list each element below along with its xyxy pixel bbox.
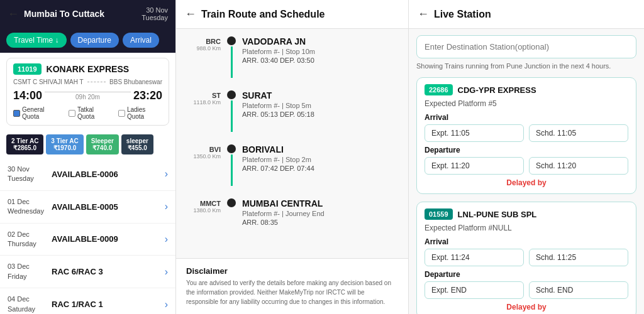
route-stop-0: BRC 988.0 Km VADODARA JN Plateform #- | … xyxy=(186,36,398,78)
route-stop-3: MMCT 1380.0 Km MUMBAI CENTRAL Plateform … xyxy=(186,198,398,226)
avail-row-2[interactable]: 02 Dec Thursday AVAILABLE-0009 › xyxy=(0,224,175,256)
avail-date-0: 30 Nov Tuesday xyxy=(8,165,52,184)
stop-dot-1 xyxy=(227,90,236,99)
class-price-2: ₹740.0 xyxy=(91,144,114,151)
panel1-header-left: ← Mumbai To Cuttack xyxy=(8,8,104,21)
arrival-label-0: Arrival xyxy=(425,113,628,122)
stop-detail-1: Plateform #- | Stop 5m xyxy=(242,102,398,109)
filter-bar: Travel Time ↓ Departure Arrival xyxy=(0,28,175,53)
train-name: KONARK EXPRESS xyxy=(47,64,129,74)
stop-dot-2 xyxy=(227,144,236,153)
duration-bar: 09h 20m xyxy=(45,92,131,100)
avail-date3-l2: Friday xyxy=(8,272,52,281)
live-platform-0: Expected Platform #5 xyxy=(425,99,628,108)
departure-label-0: Departure xyxy=(425,146,628,154)
delayed-text-0: Delayed by xyxy=(425,178,628,187)
departure-filter[interactable]: Departure xyxy=(70,33,119,48)
avail-date4-l1: 04 Dec xyxy=(8,295,52,304)
travel-time-filter[interactable]: Travel Time ↓ xyxy=(6,33,67,48)
class-code-1: 3 Tier AC xyxy=(51,138,78,144)
class-sleeper2[interactable]: sleeper ₹455.0 xyxy=(121,134,153,154)
tatkal-quota-label: Tatkal Quota xyxy=(77,106,111,120)
depart-time: 14:00 xyxy=(13,89,42,102)
panel3-back-icon[interactable]: ← xyxy=(418,8,429,21)
ladies-quota-label: Ladies Quota xyxy=(127,106,162,120)
panel2-back-icon[interactable]: ← xyxy=(185,8,196,21)
departure-schd-1: Schd. END xyxy=(529,281,628,299)
ladies-quota[interactable]: Ladies Quota xyxy=(118,106,162,120)
avail-status-1: AVAILABLE-0005 xyxy=(52,202,165,212)
arrival-label-1: Arrival xyxy=(425,237,628,246)
avail-date0-l1: 30 Nov xyxy=(8,165,52,174)
live-platform-1: Expected Platform #NULL xyxy=(425,224,628,232)
stop-right-2: BORIVALI Plateform #- | Stop 2m ARR. 07:… xyxy=(236,144,398,172)
live-train-name-1: LNL-PUNE SUB SPL xyxy=(458,210,537,219)
avail-status-4: RAC 1/RAC 1 xyxy=(52,300,165,309)
avail-date1-l1: 01 Dec xyxy=(8,197,52,207)
class-2ac[interactable]: 2 Tier AC ₹2865.0 xyxy=(6,134,43,154)
live-subtitle: Showing Trains running from Pune Junctio… xyxy=(416,62,636,70)
arrival-filter[interactable]: Arrival xyxy=(123,33,159,48)
stop-km-1: 1118.0 Km xyxy=(186,99,221,106)
live-train-header-0: 22686 CDG-YPR EXPRESS xyxy=(425,84,628,95)
avail-arrow-2[interactable]: › xyxy=(165,234,168,245)
panel-route-schedule: ← Train Route and Schedule BRC 988.0 Km … xyxy=(176,0,409,314)
train-number: 11019 xyxy=(13,63,42,75)
arrive-time: 23:20 xyxy=(133,89,162,102)
departure-expt-0: Expt. 11:20 xyxy=(425,157,524,175)
stop-right-3: MUMBAI CENTRAL Plateform #- | Journey En… xyxy=(236,198,398,226)
stop-connector-3 xyxy=(227,198,236,207)
avail-date0-l2: Tuesday xyxy=(8,174,52,183)
arrival-row-0: Expt. 11:05 Schd. 11:05 xyxy=(425,124,628,142)
panel3-header: ← Live Station xyxy=(409,0,644,29)
avail-arrow-3[interactable]: › xyxy=(165,266,168,278)
stop-detail-3: Plateform #- | Journey End xyxy=(242,210,398,217)
avail-arrow-1[interactable]: › xyxy=(165,201,168,212)
departure-row-0: Expt. 11:20 Schd. 11:20 xyxy=(425,157,628,175)
avail-row-4[interactable]: 04 Dec Saturday RAC 1/RAC 1 › xyxy=(0,288,175,314)
avail-date-2: 02 Dec Thursday xyxy=(8,230,52,249)
stop-line-2 xyxy=(231,154,233,186)
stop-left-1: ST 1118.0 Km xyxy=(186,90,227,106)
tatkal-quota[interactable]: Tatkal Quota xyxy=(69,106,111,120)
class-code-0: 2 Tier AC xyxy=(11,138,38,144)
train-card-top: 11019 KONARK EXPRESS xyxy=(13,63,162,75)
disclaimer-text: You are advised to verify the details be… xyxy=(186,278,398,306)
general-quota-label: General Quota xyxy=(22,106,61,120)
general-quota[interactable]: General Quota xyxy=(13,106,61,120)
arrival-schd-0: Schd. 11:05 xyxy=(529,124,628,142)
panel1-route-title: Mumbai To Cuttack xyxy=(24,9,104,19)
stop-times-3: ARR. 08:35 xyxy=(242,219,398,226)
avail-row-1[interactable]: 01 Dec Wednesday AVAILABLE-0005 › xyxy=(0,191,175,224)
avail-row-0[interactable]: 30 Nov Tuesday AVAILABLE-0006 › xyxy=(0,158,175,191)
stop-name-0: VADODARA JN xyxy=(242,36,398,46)
route-content: BRC 988.0 Km VADODARA JN Plateform #- | … xyxy=(176,29,408,258)
stop-detail-2: Plateform #- | Stop 2m xyxy=(242,156,398,163)
stop-times-2: ARR. 07:42 DEP. 07:44 xyxy=(242,165,398,172)
avail-arrow-4[interactable]: › xyxy=(165,299,168,310)
departure-schd-0: Schd. 11:20 xyxy=(529,157,628,175)
duration-text: 09h 20m xyxy=(75,94,100,100)
panel1-date: 30 Nov Tuesday xyxy=(142,6,168,21)
avail-row-3[interactable]: 03 Dec Friday RAC 6/RAC 3 › xyxy=(0,256,175,288)
avail-date-3: 03 Dec Friday xyxy=(8,262,52,281)
stop-km-3: 1380.0 Km xyxy=(186,207,221,214)
avail-date-1: 01 Dec Wednesday xyxy=(8,197,52,217)
departure-section-1: Departure Expt. END Schd. END xyxy=(425,270,628,299)
destination-input[interactable] xyxy=(416,35,636,58)
arrival-section-1: Arrival Expt. 11:24 Schd. 11:25 xyxy=(425,237,628,266)
tatkal-quota-check xyxy=(69,110,75,117)
avail-arrow-0[interactable]: › xyxy=(165,168,168,180)
general-quota-check xyxy=(13,110,20,117)
stop-right-1: SURAT Plateform #- | Stop 5m ARR. 05:13 … xyxy=(236,90,398,118)
avail-status-2: AVAILABLE-0009 xyxy=(52,234,165,244)
route-stop-2: BVI 1350.0 Km BORIVALI Plateform #- | St… xyxy=(186,144,398,186)
back-icon[interactable]: ← xyxy=(8,8,19,21)
disclaimer-box: Disclaimer You are advised to verify the… xyxy=(176,258,408,314)
class-sleeper[interactable]: Sleeper ₹740.0 xyxy=(86,134,119,154)
stop-name-3: MUMBAI CENTRAL xyxy=(242,198,398,208)
panel1-header: ← Mumbai To Cuttack 30 Nov Tuesday xyxy=(0,0,175,28)
stop-km-2: 1350.0 Km xyxy=(186,153,221,160)
class-3ac[interactable]: 3 Tier AC ₹1970.0 xyxy=(46,134,83,154)
availability-list: 30 Nov Tuesday AVAILABLE-0006 › 01 Dec W… xyxy=(0,158,175,314)
